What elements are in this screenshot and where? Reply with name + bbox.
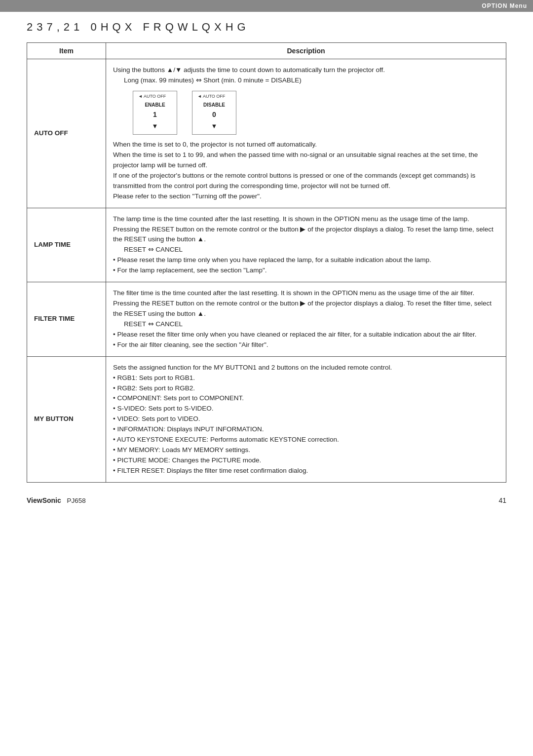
col-header-item: Item [27, 43, 106, 59]
auto-off-desc-3: When the time is set to 0, the projector… [113, 141, 478, 200]
col-header-description: Description [106, 43, 506, 59]
diagrams: ◄ AUTO OFF ENABLE 1 ▼ ◄ AUTO OFF DISABLE… [133, 91, 499, 135]
item-filter-time: FILTER TIME [27, 282, 106, 357]
lamp-time-desc: The lamp time is the time counted after … [113, 215, 494, 274]
footer-left: ViewSonic PJ658 [27, 496, 86, 504]
item-auto-off: AUTO OFF [27, 59, 106, 208]
diagram-disable-arrow: ▼ [197, 121, 231, 131]
filter-time-reset: RESET ⇔ CANCEL [124, 320, 183, 328]
desc-my-button: Sets the assigned function for the MY BU… [106, 356, 506, 482]
desc-lamp-time: The lamp time is the time counted after … [106, 208, 506, 282]
footer-page: 41 [498, 496, 506, 504]
auto-off-desc-1: Using the buttons ▲/▼ adjusts the time t… [113, 66, 385, 74]
top-bar: OPTION Menu [0, 0, 533, 12]
page: OPTION Menu 237,21 0HQX FRQWLQXHG Item D… [0, 0, 533, 756]
footer-brand: ViewSonic [27, 496, 61, 504]
diagram-disable: ◄ AUTO OFF DISABLE 0 ▼ [192, 91, 236, 135]
auto-off-desc-2: Long (max. 99 minutes) ⇔ Short (min. 0 m… [124, 76, 302, 84]
table-row: FILTER TIME The filter time is the time … [27, 282, 506, 357]
item-lamp-time: LAMP TIME [27, 208, 106, 282]
my-button-desc: Sets the assigned function for the MY BU… [113, 364, 392, 474]
desc-auto-off: Using the buttons ▲/▼ adjusts the time t… [106, 59, 506, 208]
diagram-enable: ◄ AUTO OFF ENABLE 1 ▼ [133, 91, 177, 135]
diagram-enable-top: ◄ AUTO OFF [138, 93, 172, 100]
desc-filter-time: The filter time is the time counted afte… [106, 282, 506, 357]
lamp-time-reset: RESET ⇔ CANCEL [124, 246, 183, 253]
diagram-disable-label: DISABLE [197, 101, 231, 109]
page-title: 237,21 0HQX FRQWLQXHG [27, 21, 506, 34]
main-table: Item Description AUTO OFF Using the butt… [27, 42, 506, 483]
footer: ViewSonic PJ658 41 [27, 494, 506, 504]
diagram-enable-arrow: ▼ [138, 121, 172, 131]
table-row: AUTO OFF Using the buttons ▲/▼ adjusts t… [27, 59, 506, 208]
diagram-disable-top: ◄ AUTO OFF [197, 93, 231, 100]
table-row: MY BUTTON Sets the assigned function for… [27, 356, 506, 482]
top-bar-label: OPTION Menu [482, 2, 527, 9]
filter-time-desc: The filter time is the time counted afte… [113, 289, 492, 348]
table-row: LAMP TIME The lamp time is the time coun… [27, 208, 506, 282]
diagram-enable-value: 1 [138, 110, 172, 120]
diagram-disable-value: 0 [197, 110, 231, 120]
diagram-enable-label: ENABLE [138, 101, 172, 109]
item-my-button: MY BUTTON [27, 356, 106, 482]
footer-model: PJ658 [67, 497, 86, 504]
